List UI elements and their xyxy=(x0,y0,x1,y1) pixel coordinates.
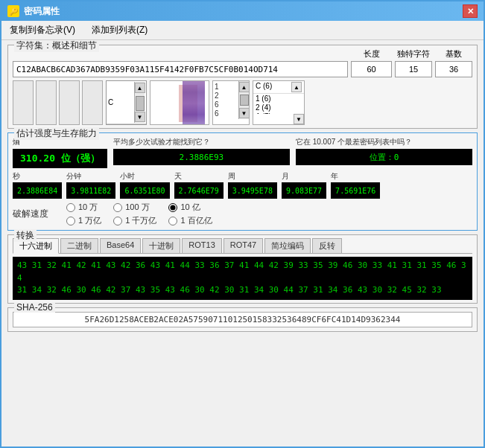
charset-box-4 xyxy=(82,80,103,125)
radio-1wanyi-input[interactable] xyxy=(66,217,75,225)
menu-add-to-list[interactable]: 添加到列表(Z) xyxy=(89,23,150,37)
char-item: 2 (4) xyxy=(256,103,302,112)
transform-line1: 43 31 32 41 42 41 43 42 36 43 41 44 33 3… xyxy=(17,260,468,284)
speed-label: 破解速度 xyxy=(13,208,48,220)
char-item: 1 (6) xyxy=(256,95,302,103)
charset-col-headers: 长度 独特字符 基数 xyxy=(351,48,472,60)
radio-10wan: 10 万 xyxy=(66,202,101,213)
time-value-d: 2.7646E79 xyxy=(174,182,224,199)
transform-line2: 31 34 32 46 30 46 42 37 43 35 43 46 30 4… xyxy=(17,284,468,297)
time-value-s: 2.3886E84 xyxy=(13,182,62,199)
time-label-w: 周 xyxy=(228,171,277,182)
strength-row2: 秒 2.3886E84 分钟 3.9811E82 小时 6.6351E80 天 … xyxy=(13,171,472,199)
title-bar-left: 🔑 密码属性 xyxy=(7,5,60,18)
char-value: A (5) xyxy=(256,112,271,114)
scroll-thumb-2[interactable] xyxy=(240,95,249,106)
char-header-label: C (6) xyxy=(256,82,272,92)
transform-section: 转换 十六进制 二进制 Base64 十进制 ROT13 ROT47 简垃编码 … xyxy=(7,234,478,304)
char-list-right: C (6) ▲ 1 (6) 2 (4) A (5) xyxy=(253,80,305,125)
num-item: 2 xyxy=(215,92,237,100)
strength-section-label: 估计强度与生存能力 xyxy=(14,127,99,140)
tab-rot13[interactable]: ROT13 xyxy=(182,238,221,253)
char-list-scroll-down[interactable]: ▼ xyxy=(294,114,304,124)
char-value: 1 (6) xyxy=(256,95,271,103)
entropy-value: 310.20 位（强） xyxy=(13,149,107,168)
window-title: 密码属性 xyxy=(24,5,60,18)
tries-label: 平均多少次试验才能找到它？ xyxy=(113,137,290,147)
tab-binary[interactable]: 二进制 xyxy=(60,238,98,253)
col-special-header: 独特字符 xyxy=(397,49,430,58)
transform-section-label: 转换 xyxy=(14,229,37,242)
time-label-m: 分钟 xyxy=(66,171,115,182)
charset-boxes xyxy=(13,80,103,125)
radio-group-2: 100 万 1 千万亿 xyxy=(113,202,156,226)
time-minutes: 分钟 3.9811E82 xyxy=(66,171,115,199)
time-value-y: 7.5691E76 xyxy=(331,182,380,199)
length-field[interactable] xyxy=(351,61,392,77)
scroll-down-arrow[interactable]: ▼ xyxy=(135,112,145,122)
time-value-w: 3.9495E78 xyxy=(228,182,277,199)
time-days: 天 2.7646E79 xyxy=(174,171,224,199)
position-value: 位置：0 xyxy=(296,149,472,165)
radio-10wan-label: 10 万 xyxy=(78,202,98,213)
charset-box-3 xyxy=(59,80,80,125)
password-input[interactable] xyxy=(13,61,348,77)
charset-input-row xyxy=(13,61,472,77)
tab-decimal[interactable]: 十进制 xyxy=(142,238,180,253)
char-list-header: C (6) ▲ xyxy=(253,81,304,94)
time-label-y: 年 xyxy=(331,171,380,182)
special-field[interactable] xyxy=(395,61,432,77)
charset-scrollbar[interactable]: ▲ ▼ xyxy=(134,82,145,123)
scroll-thumb[interactable] xyxy=(136,96,145,111)
radio-100wan-input[interactable] xyxy=(113,203,122,212)
time-label-s: 秒 xyxy=(13,171,62,182)
tab-base64[interactable]: Base64 xyxy=(100,238,141,253)
scroll-up-arrow-2[interactable]: ▲ xyxy=(239,82,250,92)
radio-10wan-input[interactable] xyxy=(66,203,75,212)
menu-copy-to-backup[interactable]: 复制到备忘录(V) xyxy=(7,23,77,37)
charset-box-2 xyxy=(36,80,57,125)
radio-10yi-input[interactable] xyxy=(168,203,177,212)
strength-section: 估计强度与生存能力 熵 310.20 位（强） 平均多少次试验才能找到它？ 2.… xyxy=(7,132,478,231)
charset-list-header: C ▲ ▼ xyxy=(107,81,146,124)
radio-100wan: 100 万 xyxy=(113,202,156,213)
radio-group-1: 10 万 1 万亿 xyxy=(66,202,101,226)
num-item: 1 xyxy=(215,83,237,91)
main-content: 字符集：概述和细节 长度 独特字符 基数 xyxy=(1,40,484,447)
radio-100wan-label: 100 万 xyxy=(125,202,149,213)
menu-bar: 复制到备忘录(V) 添加到列表(Z) xyxy=(1,21,484,40)
time-hours: 小时 6.6351E80 xyxy=(120,171,169,199)
tab-garbage-encode[interactable]: 简垃编码 xyxy=(264,238,311,253)
char-value: 2 (4) xyxy=(256,103,271,112)
entropy-col: 熵 310.20 位（强） xyxy=(13,137,107,168)
radio-1qianwanyi: 1 千万亿 xyxy=(113,215,156,226)
radio-10yi: 10 亿 xyxy=(168,202,212,213)
radio-1qianwanyi-label: 1 千万亿 xyxy=(125,215,156,226)
num-list-area: 1 2 6 6 ▲ ▼ xyxy=(212,80,250,125)
tab-rot47[interactable]: ROT47 xyxy=(224,238,263,253)
radio-1qianwanyi-input[interactable] xyxy=(113,217,122,225)
num-list-scrollbar[interactable]: ▲ ▼ xyxy=(238,81,249,119)
sha-value: 5FA26D1258ACEB2ACE02A5759071101250158332… xyxy=(13,312,472,327)
base-field[interactable] xyxy=(435,61,472,77)
scroll-up-arrow[interactable]: ▲ xyxy=(135,83,145,93)
window-icon: 🔑 xyxy=(7,5,19,17)
tries-col: 平均多少次试验才能找到它？ 2.3886E93 xyxy=(113,137,290,165)
char-list-items: 1 (6) 2 (4) A (5) B (5) xyxy=(253,94,304,114)
tab-reverse[interactable]: 反转 xyxy=(312,238,342,253)
close-button[interactable]: ✕ xyxy=(463,4,478,18)
position-col: 它在 10.007 个最差密码列表中吗？ 位置：0 xyxy=(296,137,472,165)
radio-1baiyi-input[interactable] xyxy=(168,217,177,225)
scroll-down-arrow-2[interactable]: ▼ xyxy=(239,108,250,118)
radio-group-3: 10 亿 1 百亿亿 xyxy=(168,202,212,226)
radio-1wanyi-label: 1 万亿 xyxy=(78,215,101,226)
strength-row1: 熵 310.20 位（强） 平均多少次试验才能找到它？ 2.3886E93 它在… xyxy=(13,137,472,168)
sha-section-label: SHA-256 xyxy=(14,302,55,313)
char-list-scroll-up[interactable]: ▲ xyxy=(291,82,302,92)
main-window: 🔑 密码属性 ✕ 复制到备忘录(V) 添加到列表(Z) 字符集：概述和细节 长度… xyxy=(0,0,485,448)
num-item: 6 xyxy=(215,109,237,118)
time-label-h: 小时 xyxy=(120,171,169,182)
num-list-inner: 1 2 6 6 ▲ ▼ xyxy=(213,81,249,119)
time-months: 月 9.083E77 xyxy=(282,171,326,199)
time-years: 年 7.5691E76 xyxy=(331,171,380,199)
